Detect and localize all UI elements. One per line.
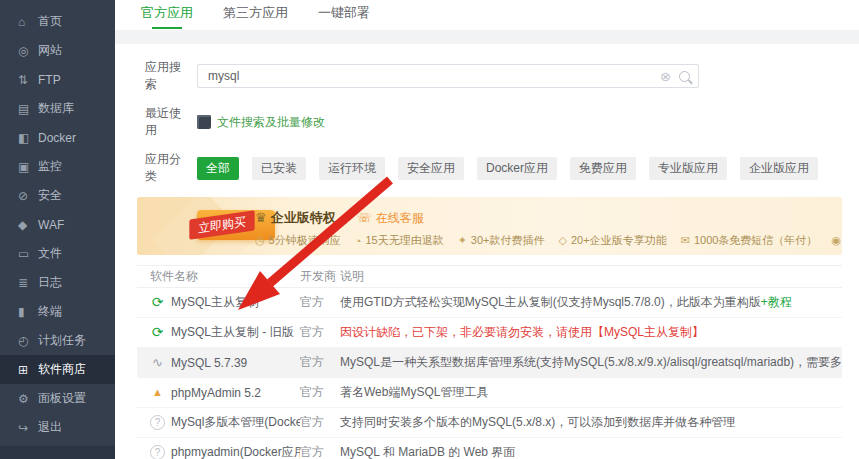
sidebar-item-logs[interactable]: ≣ 日志 xyxy=(0,268,115,297)
app-store-icon: ⊞ xyxy=(18,363,38,377)
software-row[interactable]: ? phpmyadmin(Docker应用) 官方 MySQL 和 MariaD… xyxy=(137,438,842,459)
benefit-item: ◔ 15天无理由退款 xyxy=(355,233,444,248)
sidebar-item-files[interactable]: ▭ 文件 xyxy=(0,239,115,268)
sidebar-item-panel-settings[interactable]: ⚙ 面板设置 xyxy=(0,384,115,413)
files-icon: ▭ xyxy=(18,247,38,261)
sidebar-item-app-store[interactable]: ⊞ 软件商店 xyxy=(0,355,115,384)
benefit-icon: ✦ xyxy=(458,234,467,247)
tab-third-party-apps[interactable]: 第三方应用 xyxy=(219,0,292,30)
software-name: MySQL主从复制 xyxy=(171,294,259,311)
settings-gear-icon: ⚙ xyxy=(18,392,38,406)
header-description: 说明 xyxy=(340,268,842,285)
benefit-item: ◉ 2张SSL商用证书（年付） xyxy=(831,233,842,248)
sidebar-item-docker[interactable]: ◧ Docker xyxy=(0,123,115,152)
divider-strip xyxy=(115,30,859,44)
sidebar-item-waf[interactable]: ◆ WAF xyxy=(0,210,115,239)
category-button[interactable]: 安全应用 xyxy=(398,157,464,180)
sidebar-item-terminal[interactable]: ▮ 终端 xyxy=(0,297,115,326)
software-row[interactable]: ⟳ MySQL主从复制 - 旧版 官方 因设计缺陷，已下架，非必要请勿安装，请使… xyxy=(137,318,842,348)
software-row[interactable]: ? MySql多版本管理(Docker应用) 官方 支持同时安装多个版本的MyS… xyxy=(137,408,842,438)
mysql-dolphin-icon: ∿ xyxy=(150,355,165,370)
category-button[interactable]: 免费应用 xyxy=(570,157,636,180)
clear-icon[interactable]: ⊗ xyxy=(660,69,671,84)
banner-title-row: ♛企业版特权 ☏ 在线客服 xyxy=(255,209,424,227)
benefit-icon: ◔ xyxy=(355,235,362,247)
category-button[interactable]: 专业版应用 xyxy=(649,157,727,180)
home-icon: ⌂ xyxy=(18,15,38,29)
sidebar-item-cron[interactable]: ◴ 计划任务 xyxy=(0,326,115,355)
description: 著名Web端MySQL管理工具 xyxy=(340,384,842,401)
benefit-icon: ◉ xyxy=(831,234,841,247)
terminal-icon: ▮ xyxy=(18,305,38,319)
software-row[interactable]: ▲ phpMyAdmin 5.2 官方 著名Web端MySQL管理工具 xyxy=(137,378,842,408)
docker-app-placeholder-icon: ? xyxy=(150,415,165,430)
sidebar-item-label: 日志 xyxy=(38,274,62,291)
sidebar-item-label: 首页 xyxy=(38,13,62,30)
sidebar-item-label: 计划任务 xyxy=(38,332,86,349)
sidebar-item-website[interactable]: ◎ 网站 xyxy=(0,36,115,65)
category-list: 全部 已安装 运行环境 安全应用 Docker应用 免费应用 专业版应用 企业 xyxy=(197,157,818,180)
sidebar-item-home[interactable]: ⌂ 首页 xyxy=(0,7,115,36)
category-button[interactable]: 运行环境 xyxy=(319,157,385,180)
sidebar-item-label: WAF xyxy=(38,218,64,232)
benefit-item: ✉ 1000条免费短信（年付） xyxy=(681,233,818,248)
sidebar-item-monitor[interactable]: ▣ 监控 xyxy=(0,152,115,181)
sidebar-item-security[interactable]: ⊘ 安全 xyxy=(0,181,115,210)
benefit-item: ◇ 20+企业版专享功能 xyxy=(559,233,667,248)
sidebar-item-logout[interactable]: ↪ 退出 xyxy=(0,413,115,442)
security-icon: ⊘ xyxy=(18,189,38,203)
benefit-list: ◷ 5分钟极速响应 ◔ 15天无理由退款 ✦ 30+款付费插件 xyxy=(255,233,842,248)
category-button[interactable]: Docker应用 xyxy=(477,157,557,180)
crown-icon: ♛ xyxy=(255,210,267,225)
tab-label: 一键部署 xyxy=(318,5,370,20)
description: 支持同时安装多个版本的MySQL(5.x/8.x)，可以添加到数据库并做各种管理 xyxy=(340,414,842,431)
buy-ribbon-label: 立即购买 xyxy=(189,210,254,239)
sidebar-item-database[interactable]: ▤ 数据库 xyxy=(0,94,115,123)
benefit-icon: ◷ xyxy=(255,234,265,247)
category-button[interactable]: 已安装 xyxy=(252,157,306,180)
sidebar-item-ftp[interactable]: ⇅ FTP xyxy=(0,65,115,94)
sidebar-footer xyxy=(0,446,115,459)
tutorial-link[interactable]: +教程 xyxy=(761,295,792,309)
description: 使用GTID方式轻松实现MySQL主从复制(仅支持Mysql5.7/8.0)，此… xyxy=(340,294,842,311)
recent-row: 最近使用 文件搜索及批量修改 xyxy=(137,105,859,139)
developer: 官方 xyxy=(300,324,340,341)
table-header: 软件名称 开发商 说明 xyxy=(137,265,842,288)
tab-one-click-deploy[interactable]: 一键部署 xyxy=(314,0,374,30)
sidebar-item-label: 退出 xyxy=(38,419,62,436)
waf-shield-icon: ◆ xyxy=(18,218,38,232)
enterprise-privilege-title: ♛企业版特权 xyxy=(255,209,336,227)
enterprise-banner: 立即购买 ♛企业版特权 ☏ 在线客服 ◷ xyxy=(137,197,842,255)
ftp-icon: ⇅ xyxy=(18,73,38,87)
header-software-name: 软件名称 xyxy=(150,268,300,285)
software-row[interactable]: ∿ MySQL 5.7.39 官方 MySQL是一种关系型数据库管理系统(支持M… xyxy=(137,348,842,378)
category-button[interactable]: 企业版应用 xyxy=(740,157,818,180)
search-icon[interactable] xyxy=(679,71,690,82)
benefit-item: ◷ 5分钟极速响应 xyxy=(255,233,341,248)
sidebar-item-label: 数据库 xyxy=(38,100,74,117)
sidebar-item-label: 面板设置 xyxy=(38,390,86,407)
database-icon: ▤ xyxy=(18,102,38,116)
category-row: 应用分类 全部 已安装 运行环境 安全应用 Docker应用 免费应用 xyxy=(137,151,859,185)
software-store-page: ⌂ 首页 ◎ 网站 ⇅ FTP ▤ 数据库 ◧ Docker xyxy=(0,0,859,459)
search-row: 应用搜索 ⊗ xyxy=(137,59,859,93)
sidebar-item-label: 网站 xyxy=(38,42,62,59)
recent-app-name: 文件搜索及批量修改 xyxy=(217,114,325,131)
software-row[interactable]: ⟳ MySQL主从复制 官方 使用GTID方式轻松实现MySQL主从复制(仅支持… xyxy=(137,288,842,318)
software-name: MySQL 5.7.39 xyxy=(171,356,247,370)
recent-app-chip[interactable]: 文件搜索及批量修改 xyxy=(197,114,325,131)
sidebar: ⌂ 首页 ◎ 网站 ⇅ FTP ▤ 数据库 ◧ Docker xyxy=(0,0,115,459)
description: MySQL是一种关系型数据库管理系统(支持MySQL(5.x/8.x/9.x)/… xyxy=(340,354,842,371)
tab-official-apps[interactable]: 官方应用 xyxy=(137,0,197,30)
sidebar-item-label: 文件 xyxy=(38,245,62,262)
tab-label: 官方应用 xyxy=(141,5,193,20)
description: 因设计缺陷，已下架，非必要请勿安装，请使用【MySQL主从复制】 xyxy=(340,324,842,341)
search-label: 应用搜索 xyxy=(145,59,189,93)
online-service-link[interactable]: ☏ 在线客服 xyxy=(357,210,424,227)
search-input[interactable] xyxy=(206,68,660,84)
docker-icon: ◧ xyxy=(18,131,38,145)
category-button[interactable]: 全部 xyxy=(197,157,239,180)
monitor-icon: ▣ xyxy=(18,160,38,174)
phpmyadmin-icon: ▲ xyxy=(150,385,165,400)
sidebar-item-label: FTP xyxy=(38,73,61,87)
